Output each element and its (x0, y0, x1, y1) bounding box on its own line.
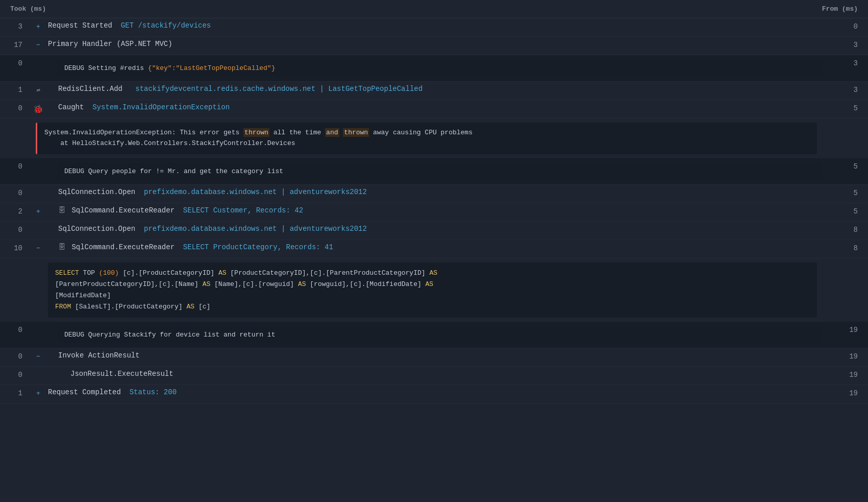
debug-code: {"key":"LastGetTopPeopleCalled"} (148, 64, 276, 72)
expand-icon[interactable]: + (31, 206, 46, 216)
spacer (827, 118, 868, 158)
sql-exec-link[interactable]: SELECT ProductCategory, Records: 41 (183, 243, 333, 251)
sql-kw-as6: AS (186, 303, 194, 310)
expand-icon[interactable]: + (31, 21, 46, 31)
sql-cols2: [ParentProductCategoryID],[c].[Name] (55, 280, 203, 288)
spacer-icon (31, 188, 46, 189)
sql-kw-as1: AS (218, 269, 227, 277)
from-value: 5 (827, 188, 868, 197)
sql-open-label: SqlConnection.Open (58, 225, 140, 233)
row-sql-open-1[interactable]: 0 SqlConnection.Open prefixdemo.database… (0, 185, 868, 203)
sql-kw-select: SELECT (55, 269, 79, 277)
redis-link[interactable]: stackifydevcentral.redis.cache.windows.n… (135, 85, 423, 93)
from-value: 19 (827, 351, 868, 361)
from-value: 8 (827, 243, 868, 252)
row-content: SqlConnection.Open prefixdemo.database.w… (46, 188, 827, 196)
sql-table-alias: [c] (194, 303, 210, 310)
error-line2: at HelloStackify.Web.Controllers.Stackif… (44, 138, 810, 149)
exception-link[interactable]: System.InvalidOperationException (92, 103, 230, 111)
spacer-icon (31, 370, 46, 371)
row-json-result[interactable]: 0 JsonResult.ExecuteResult 19 (0, 367, 868, 385)
error-detail-row: System.InvalidOperationException: This e… (0, 118, 868, 158)
expand-icon[interactable]: + (31, 388, 46, 397)
sql-exec-label: SqlCommand.ExecuteReader (71, 243, 179, 251)
row-content: 🗄 SqlCommand.ExecuteReader SELECT Produc… (46, 243, 827, 251)
row-request-started[interactable]: 3 + Request Started GET /stackify/device… (0, 18, 868, 37)
status-link[interactable]: Status: 200 (130, 388, 177, 396)
sql-alias1: [ProductCategoryID],[c].[ParentProductCa… (227, 269, 430, 277)
sql-kw-as5: AS (426, 280, 434, 288)
debug-query-label: DEBUG Query people for != Mr. and get th… (64, 168, 283, 175)
row-content: DEBUG Querying Stackify for device list … (46, 325, 827, 345)
sql-kw-as3: AS (203, 280, 211, 288)
row-label: Primary Handler (ASP.NET MVC) (48, 40, 172, 48)
transfer-icon: ⇌ (36, 87, 40, 94)
spacer-icon (31, 161, 46, 162)
from-value: 3 (827, 40, 868, 49)
row-primary-handler[interactable]: 17 − Primary Handler (ASP.NET MVC) 3 (0, 37, 868, 55)
main-container: Took (ms) From (ms) 3 + Request Started … (0, 0, 868, 403)
row-sql-exec-2[interactable]: 10 − 🗄 SqlCommand.ExecuteReader SELECT P… (0, 240, 868, 258)
debug-label: DEBUG Setting #redis (64, 64, 148, 72)
took-value: 0 (0, 161, 31, 171)
json-result-label: JsonResult.ExecuteResult (70, 370, 173, 378)
row-content: DEBUG Query people for != Mr. and get th… (46, 161, 827, 181)
row-sql-open-2[interactable]: 0 SqlConnection.Open prefixdemo.database… (0, 222, 868, 240)
sql-open-label: SqlConnection.Open (58, 188, 140, 196)
took-value: 3 (0, 21, 31, 31)
row-content: JsonResult.ExecuteResult (46, 370, 827, 378)
row-debug-redis: 0 DEBUG Setting #redis {"key":"LastGetTo… (0, 55, 868, 82)
sql-table: [SalesLT].[ProductCategory] (71, 303, 186, 310)
thrown-highlight-1: thrown (243, 128, 269, 137)
sql-conn-link[interactable]: prefixdemo.database.windows.net | advent… (144, 188, 367, 196)
from-value: 0 (827, 21, 868, 31)
request-url[interactable]: GET /stackify/devices (121, 21, 211, 30)
sql-num: (100) (99, 269, 119, 277)
debug-querying-label: DEBUG Querying Stackify for device list … (64, 331, 275, 339)
row-request-completed[interactable]: 1 + Request Completed Status: 200 19 (0, 385, 868, 403)
sql-conn-link[interactable]: prefixdemo.database.windows.net | advent… (144, 225, 367, 233)
row-content: DEBUG Setting #redis {"key":"LastGetTopP… (46, 58, 827, 78)
row-content: Invoke ActionResult (46, 351, 827, 360)
took-value: 0 (0, 325, 31, 334)
took-value: 10 (0, 243, 31, 252)
sql-cols4: [rowguid],[c].[ModifiedDate] (306, 280, 426, 288)
db-icon: 🗄 (58, 206, 65, 214)
row-content: Primary Handler (ASP.NET MVC) (46, 40, 827, 48)
thrown-highlight-2: thrown (343, 128, 369, 137)
sql-cols1: [c].[ProductCategoryID] (119, 269, 218, 277)
sql-top: TOP (79, 269, 99, 277)
caught-label: Caught (58, 103, 88, 111)
invoke-label: Invoke ActionResult (58, 351, 140, 360)
debug-block: DEBUG Setting #redis {"key":"LastGetTopP… (58, 60, 822, 76)
collapse-icon[interactable]: − (31, 243, 46, 252)
row-redis-add[interactable]: 1 ⇌ RedisClient.Add stackifydevcentral.r… (0, 82, 868, 100)
spacer-icon (31, 225, 46, 226)
from-value: 5 (827, 161, 868, 171)
row-invoke-action[interactable]: 0 − Invoke ActionResult 19 (0, 348, 868, 367)
took-value: 0 (0, 103, 31, 112)
row-label: Request Started (48, 21, 116, 30)
took-value: 0 (0, 188, 31, 197)
row-sql-exec-1[interactable]: 2 + 🗄 SqlCommand.ExecuteReader SELECT Cu… (0, 203, 868, 222)
trace-list: 3 + Request Started GET /stackify/device… (0, 18, 868, 403)
sql-exec-link[interactable]: SELECT Customer, Records: 42 (183, 206, 303, 214)
from-value: 19 (827, 388, 868, 397)
minus-icon: − (36, 41, 40, 49)
from-value: 19 (827, 325, 868, 334)
row-debug-query: 0 DEBUG Query people for != Mr. and get … (0, 158, 868, 185)
row-debug-querying: 0 DEBUG Querying Stackify for device lis… (0, 322, 868, 348)
sql-kw-as2: AS (429, 269, 437, 277)
collapse-icon[interactable]: − (31, 40, 46, 49)
from-value: 5 (827, 206, 868, 216)
row-content: Caught System.InvalidOperationException (46, 103, 827, 111)
debug-querying-block: DEBUG Querying Stackify for device list … (58, 327, 822, 343)
debug-query-block: DEBUG Query people for != Mr. and get th… (58, 163, 822, 179)
from-value: 8 (827, 225, 868, 234)
collapse-icon[interactable]: − (31, 351, 46, 361)
redis-icon: ⇌ (31, 85, 46, 94)
sql-detail-block: SELECT TOP (100) [c].[ProductCategoryID]… (48, 262, 817, 318)
took-value: 1 (0, 85, 31, 94)
plus-icon: + (36, 208, 40, 216)
row-exception[interactable]: 0 🐞 Caught System.InvalidOperationExcept… (0, 100, 868, 118)
